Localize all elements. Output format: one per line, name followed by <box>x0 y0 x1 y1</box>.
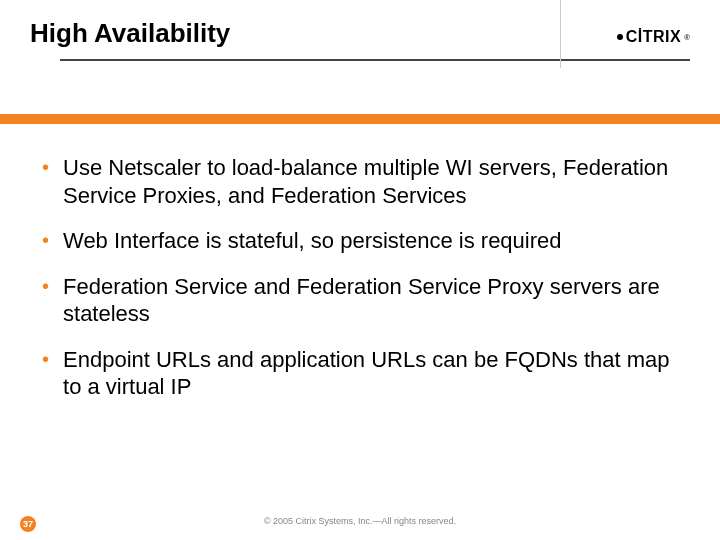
bullet-text: Web Interface is stateful, so persistenc… <box>63 227 562 255</box>
header-rule-orange <box>0 114 720 124</box>
list-item: • Web Interface is stateful, so persiste… <box>42 227 678 255</box>
logo-dot-icon <box>617 34 623 40</box>
list-item: • Federation Service and Federation Serv… <box>42 273 678 328</box>
bullet-icon: • <box>42 227 49 253</box>
copyright-text: © 2005 Citrix Systems, Inc.—All rights r… <box>264 516 456 526</box>
bullet-text: Use Netscaler to load-balance multiple W… <box>63 154 678 209</box>
slide-content: • Use Netscaler to load-balance multiple… <box>0 124 720 401</box>
bullet-icon: • <box>42 273 49 299</box>
logo-text: CİTRIX <box>626 28 681 46</box>
list-item: • Use Netscaler to load-balance multiple… <box>42 154 678 209</box>
slide-footer: © 2005 Citrix Systems, Inc.—All rights r… <box>0 510 720 528</box>
list-item: • Endpoint URLs and application URLs can… <box>42 346 678 401</box>
header-rule-dark <box>60 59 690 61</box>
registered-icon: ® <box>684 33 690 42</box>
bullet-icon: • <box>42 346 49 372</box>
bullet-icon: • <box>42 154 49 180</box>
bullet-text: Endpoint URLs and application URLs can b… <box>63 346 678 401</box>
citrix-logo: CİTRIX ® <box>617 28 690 46</box>
bullet-text: Federation Service and Federation Servic… <box>63 273 678 328</box>
slide-header: High Availability CİTRIX ® <box>0 0 720 100</box>
header-divider <box>560 0 561 68</box>
